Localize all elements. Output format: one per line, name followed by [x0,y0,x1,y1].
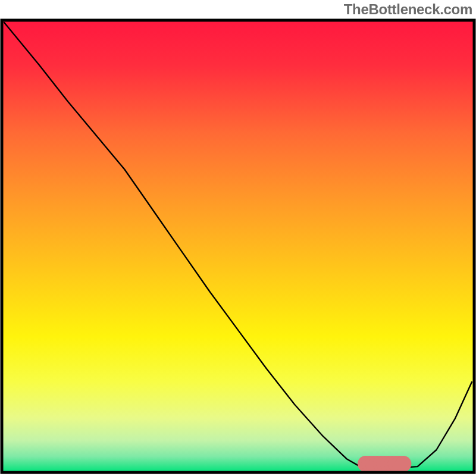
optimal-zone-marker [358,456,412,472]
chart-container: TheBottleneck.com [0,0,476,476]
gradient-background [2,20,474,472]
svg-point-11 [395,456,411,472]
bottleneck-chart [0,0,476,476]
watermark-text: TheBottleneck.com [344,1,472,18]
